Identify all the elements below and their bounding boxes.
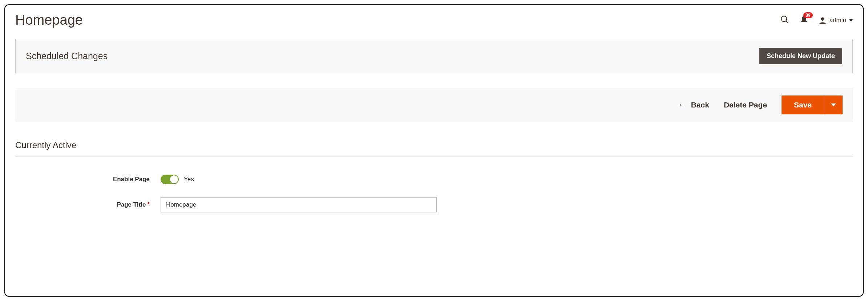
delete-page-button[interactable]: Delete Page (724, 101, 767, 109)
enable-page-label: Enable Page (15, 176, 161, 183)
user-label: admin (829, 17, 846, 24)
enable-page-row: Enable Page Yes (15, 175, 853, 184)
svg-point-2 (821, 17, 824, 20)
user-menu[interactable]: admin (819, 16, 853, 24)
back-label: Back (691, 101, 709, 109)
page-title: Homepage (15, 12, 83, 28)
svg-line-1 (786, 21, 788, 23)
page-title-label: Page Title* (15, 201, 161, 208)
enable-page-toggle[interactable] (161, 175, 179, 184)
schedule-new-update-button[interactable]: Schedule New Update (759, 48, 842, 64)
page-header: Homepage 39 admin (15, 12, 853, 28)
save-button[interactable]: Save (782, 95, 824, 114)
search-icon[interactable] (780, 15, 790, 26)
action-bar: ← Back Delete Page Save (15, 88, 853, 122)
save-dropdown-toggle[interactable] (824, 95, 843, 114)
svg-point-0 (781, 16, 787, 21)
enable-page-value: Yes (184, 176, 194, 183)
notifications-icon[interactable]: 39 (800, 15, 808, 25)
scheduled-changes-panel: Scheduled Changes Schedule New Update (15, 39, 853, 73)
save-button-group: Save (782, 95, 843, 114)
scheduled-changes-heading: Scheduled Changes (26, 51, 108, 61)
toggle-knob (170, 175, 178, 183)
notification-badge: 39 (803, 12, 812, 18)
page-title-row: Page Title* (15, 197, 853, 212)
page-title-input[interactable] (161, 197, 437, 212)
back-button[interactable]: ← Back (678, 101, 709, 109)
chevron-down-icon (831, 103, 836, 106)
header-actions: 39 admin (780, 15, 853, 26)
currently-active-heading: Currently Active (15, 140, 853, 156)
arrow-left-icon: ← (678, 101, 686, 109)
chevron-down-icon (849, 19, 853, 21)
